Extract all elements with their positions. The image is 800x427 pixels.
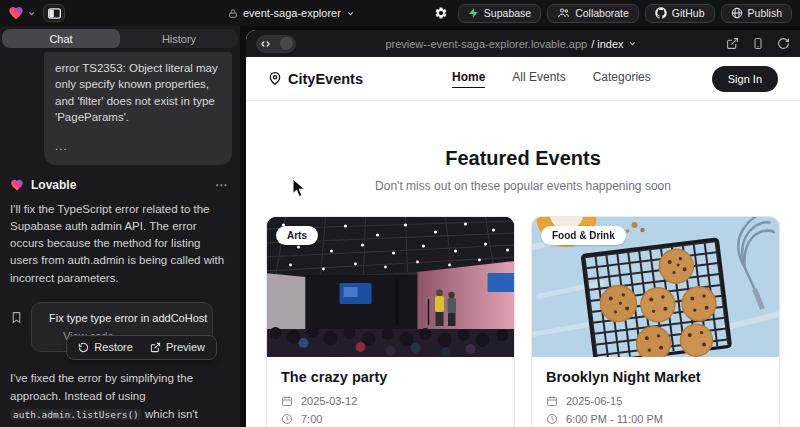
event-time: 7:00 <box>301 413 322 425</box>
topbar-actions: Supabase Collaborate GitHub Publish <box>430 3 792 23</box>
github-icon <box>655 7 667 19</box>
external-link-icon <box>726 37 739 50</box>
github-label: GitHub <box>672 7 705 19</box>
assistant-result-text: I've fixed the error by simplifying the … <box>10 370 232 427</box>
assistant-header: Lovable ⋯ <box>10 178 232 192</box>
user-message-bubble: error TS2353: Object literal may only sp… <box>44 52 232 165</box>
category-badge: Arts <box>276 226 318 245</box>
nav-link-home[interactable]: Home <box>452 70 485 88</box>
preview-topbar: preview--event-saga-explorer.lovable.app… <box>246 30 800 57</box>
event-title: The crazy party <box>281 369 500 385</box>
preview-route: / index <box>591 38 623 50</box>
assistant-name: Lovable <box>31 178 76 192</box>
clock-icon <box>546 413 558 425</box>
category-badge: Food & Drink <box>541 226 626 245</box>
preview-button[interactable]: Preview <box>142 337 213 358</box>
user-message-text: error TS2353: Object literal may only sp… <box>55 60 221 125</box>
inline-code-listusers: auth.admin.listUsers() <box>10 409 142 420</box>
refresh-icon <box>777 37 790 50</box>
fix-card-title: Fix type type error in addCoHost <box>49 312 207 324</box>
preview-panel: preview--event-saga-explorer.lovable.app… <box>246 30 800 427</box>
chat-history-tabs: Chat History <box>2 29 238 48</box>
event-cards: Arts The crazy party 2025-03-12 7:00 <box>246 216 800 427</box>
event-time-row: 7:00 <box>281 413 500 425</box>
event-meta: 2025-06-15 6:00 PM - 11:00 PM Prospect P… <box>546 395 765 427</box>
site-header: CityEvents Home All Events Categories Si… <box>246 57 800 101</box>
open-in-new-tab-button[interactable] <box>726 37 739 50</box>
calendar-icon <box>546 395 558 407</box>
publish-button[interactable]: Publish <box>721 4 792 23</box>
preview-url-selector[interactable]: preview--event-saga-explorer.lovable.app… <box>296 38 726 50</box>
sign-in-button[interactable]: Sign In <box>712 66 778 92</box>
nav-link-categories[interactable]: Categories <box>593 70 651 88</box>
mobile-view-button[interactable] <box>752 37 764 50</box>
event-card-body: The crazy party 2025-03-12 7:00 Barce <box>267 357 514 427</box>
event-image-cookies: Food & Drink <box>532 217 779 357</box>
supabase-button[interactable]: Supabase <box>458 4 541 23</box>
settings-button[interactable] <box>430 3 452 23</box>
external-link-icon <box>150 342 161 353</box>
calendar-icon <box>281 395 293 407</box>
event-card-body: Brooklyn Night Market 2025-06-15 6:00 PM… <box>532 357 779 427</box>
map-pin-icon <box>268 71 282 86</box>
section-title: Featured Events <box>246 147 800 170</box>
editor-topbar: event-saga-explorer Supabase Collaborate… <box>0 0 800 26</box>
project-selector[interactable]: event-saga-explorer <box>228 0 355 26</box>
lock-icon <box>228 8 238 19</box>
site-nav: Home All Events Categories <box>424 70 651 88</box>
globe-icon <box>731 7 743 19</box>
bookmark-icon <box>10 310 23 325</box>
chat-panel: Chat History error TS2353: Object litera… <box>0 26 240 427</box>
result-text-1: I've fixed the error by simplifying the … <box>10 372 193 402</box>
event-time: 6:00 PM - 11:00 PM <box>566 413 663 425</box>
fix-card-header: Fix type type error in addCoHost <box>42 312 202 324</box>
collaborate-button[interactable]: Collaborate <box>547 4 639 23</box>
supabase-label: Supabase <box>484 7 531 19</box>
event-card-crazy-party[interactable]: Arts The crazy party 2025-03-12 7:00 <box>266 216 515 427</box>
chevron-down-icon <box>346 9 355 18</box>
refresh-button[interactable] <box>777 37 790 50</box>
chat-messages: error TS2353: Object literal may only sp… <box>0 48 240 427</box>
github-button[interactable]: GitHub <box>645 4 715 23</box>
preview-label: Preview <box>166 341 205 353</box>
nav-link-all-events[interactable]: All Events <box>512 70 565 88</box>
gear-icon <box>434 6 448 20</box>
featured-section: Featured Events Don't miss out on these … <box>246 147 800 193</box>
collaborate-users-icon <box>557 7 570 19</box>
code-preview-toggle[interactable] <box>256 35 296 53</box>
event-date-row: 2025-06-15 <box>546 395 765 407</box>
tab-chat-label: Chat <box>49 33 72 45</box>
restore-preview-toolbar: Restore Preview <box>66 335 217 360</box>
event-title: Brooklyn Night Market <box>546 369 765 385</box>
tab-history-label: History <box>162 33 196 45</box>
site-viewport: CityEvents Home All Events Categories Si… <box>246 57 800 427</box>
tab-chat[interactable]: Chat <box>2 29 120 48</box>
restore-button[interactable]: Restore <box>70 337 141 358</box>
code-icon <box>259 39 272 49</box>
event-date: 2025-06-15 <box>566 395 622 407</box>
lovable-logo-menu[interactable] <box>8 5 36 21</box>
event-card-brooklyn-market[interactable]: Food & Drink Brooklyn Night Market 2025-… <box>531 216 780 427</box>
preview-controls <box>726 37 790 50</box>
sidebar-panel-icon <box>48 8 61 19</box>
event-meta: 2025-03-12 7:00 Barcelona <box>281 395 500 427</box>
preview-url: preview--event-saga-explorer.lovable.app <box>385 38 587 50</box>
collaborate-label: Collaborate <box>575 7 629 19</box>
smartphone-icon <box>752 37 764 50</box>
toggle-sidebar-button[interactable] <box>43 4 65 22</box>
site-brand[interactable]: CityEvents <box>268 71 363 87</box>
lovable-heart-icon <box>8 5 24 21</box>
toggle-knob <box>280 37 293 50</box>
event-date: 2025-03-12 <box>301 395 357 407</box>
bookmark-icon[interactable] <box>10 302 23 325</box>
chevron-down-icon <box>27 9 36 18</box>
lovable-heart-icon <box>10 178 24 192</box>
event-time-row: 6:00 PM - 11:00 PM <box>546 413 765 425</box>
clock-icon <box>281 413 293 425</box>
tab-history[interactable]: History <box>120 29 238 48</box>
brand-name: CityEvents <box>288 71 363 87</box>
chevron-down-icon <box>628 39 637 48</box>
message-menu-button[interactable]: ⋯ <box>215 178 232 192</box>
project-name: event-saga-explorer <box>243 7 341 19</box>
supabase-icon <box>468 7 479 19</box>
